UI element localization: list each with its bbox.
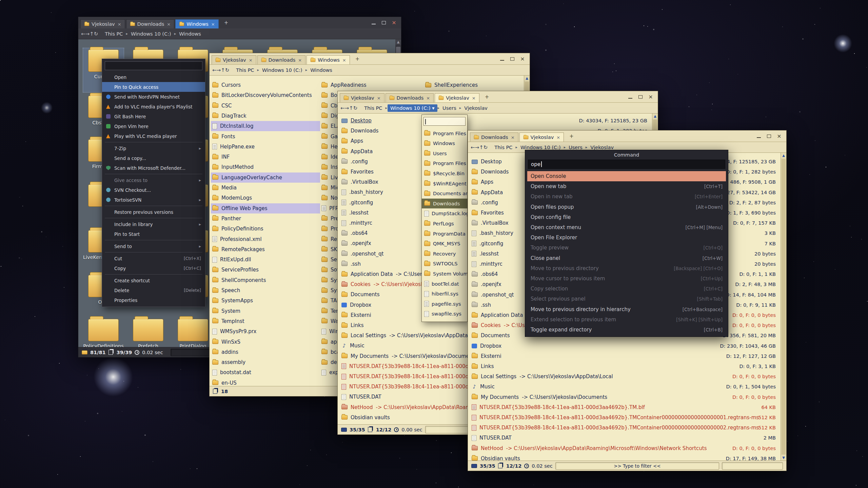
file-row[interactable]: System: [211, 306, 320, 316]
file-row[interactable]: NTUSER.DAT2 MB: [468, 433, 781, 443]
palette-item-open-file-explorer[interactable]: Open File Explorer: [527, 232, 726, 243]
back-icon[interactable]: ←: [212, 67, 217, 73]
dropdown-item-recovery[interactable]: Recovery: [422, 249, 467, 259]
menu-item-7-zip[interactable]: 7-Zip▸: [102, 143, 205, 153]
tab-downloads[interactable]: Downloads×: [257, 55, 306, 64]
tab-close-icon[interactable]: ×: [511, 135, 515, 140]
tab-close-icon[interactable]: ×: [166, 22, 171, 27]
file-row[interactable]: SystemApps: [211, 296, 320, 306]
forward-icon[interactable]: →: [217, 67, 221, 73]
file-row[interactable]: NTUSER.DAT{53b39e88-18c4-11ea-a811-000d3…: [468, 412, 781, 423]
dropdown-item-boottel-dat[interactable]: bootTel.dat: [422, 279, 467, 289]
menu-item-copy[interactable]: Copy[Ctrl+C]: [102, 263, 205, 273]
filter-input[interactable]: >> Type to filter <<: [555, 462, 719, 470]
forward-icon[interactable]: →: [475, 144, 479, 150]
file-row[interactable]: Panther: [211, 214, 320, 224]
dropdown-item-perflogs[interactable]: PerfLogs: [422, 219, 467, 228]
menu-item-cut[interactable]: Cut[Ctrl+X]: [102, 253, 205, 263]
palette-item-close-panel[interactable]: Close panel[Ctrl+W]: [527, 253, 726, 263]
file-row[interactable]: NetHood -> C:\Users\Vjekoslav\AppData\Ro…: [468, 443, 781, 453]
tab-close-icon[interactable]: ×: [117, 22, 122, 27]
file-row[interactable]: AppReadiness: [320, 80, 424, 90]
palette-item-open-in-new-tab[interactable]: Open in new tab[Ctrl+Enter]: [527, 191, 726, 202]
back-icon[interactable]: ←: [81, 31, 85, 37]
breadcrumb-windows[interactable]: Windows: [308, 66, 335, 74]
dropdown-item-qmk-msys[interactable]: QMK_MSYS: [422, 239, 467, 249]
menu-item-git-bash-here[interactable]: Git Bash Here: [102, 111, 205, 121]
palette-item-move-to-previous-directory-in-hierarchy[interactable]: Move to previous directory in hierarchy[…: [527, 304, 726, 314]
minimize-button[interactable]: [371, 20, 376, 25]
menu-item-add-to-vlc-media-player-s-playlist[interactable]: Add to VLC media player's Playlist: [102, 102, 205, 111]
scroll-up-icon[interactable]: ▲: [395, 39, 401, 45]
breadcrumb-this-pc[interactable]: This PC: [492, 144, 515, 151]
palette-item-open-context-menu[interactable]: Open context menu[Ctrl+M] [Menu]: [527, 222, 726, 232]
file-row[interactable]: LanguageOverlayCache: [211, 172, 320, 183]
file-row[interactable]: InputMethod: [211, 162, 320, 172]
file-row[interactable]: LinksD: 0, F: 3, 1 KB: [468, 361, 781, 371]
menu-item-play-with-vlc-media-player[interactable]: Play with VLC media player: [102, 131, 205, 141]
scroll-up-icon[interactable]: ▲: [524, 76, 530, 81]
tab-windows[interactable]: Windows×: [175, 19, 219, 28]
dropdown-item-hiberfil-sys[interactable]: hiberfil.sys: [422, 289, 467, 299]
menu-item-create-shortcut[interactable]: Create shortcut: [102, 276, 205, 285]
file-row[interactable]: assembly: [211, 357, 320, 367]
file-row[interactable]: RemotePackages: [211, 244, 320, 255]
tab-vjekoslav[interactable]: Vjekoslav×: [212, 55, 256, 64]
breadcrumb-users[interactable]: Users: [440, 104, 459, 112]
dropdown-item-program-files-x86[interactable]: Program Files (x86): [422, 159, 467, 168]
dropdown-item-winreagent[interactable]: $WinREAgent: [422, 179, 467, 188]
dropdown-item-programdata[interactable]: ProgramData: [422, 229, 467, 239]
menu-item-svn-checkout[interactable]: SVN Checkout...: [102, 185, 205, 195]
file-row[interactable]: ShellExperiences: [424, 80, 522, 90]
file-row[interactable]: ShellComponents: [211, 275, 320, 285]
file-row[interactable]: RtlExUpd.dll: [211, 255, 320, 265]
palette-item-open-config-file[interactable]: Open config file: [527, 212, 726, 222]
minimize-button[interactable]: [628, 95, 633, 99]
breadcrumb-windows-10-c[interactable]: Windows 10 (C:) ▾: [388, 104, 437, 112]
new-tab-button[interactable]: +: [567, 133, 576, 140]
new-tab-button[interactable]: +: [353, 55, 362, 63]
refresh-icon[interactable]: ↻: [353, 105, 358, 111]
file-row[interactable]: DesktopD: 43034, F: 125185, 23 GB: [338, 116, 652, 126]
menu-item-pin-to-quick-access[interactable]: Pin to Quick access: [102, 82, 205, 92]
file-row[interactable]: Local Settings -> C:\Users\Vjekoslav\App…: [468, 371, 781, 382]
dropdown-item-documents-and-settings[interactable]: Documents and Settings: [422, 189, 467, 199]
menu-item-delete[interactable]: Delete[Delete]: [102, 285, 205, 295]
tab-downloads[interactable]: Downloads×: [386, 93, 434, 102]
close-button[interactable]: ×: [777, 134, 782, 139]
dropdown-filter-input[interactable]: [423, 117, 466, 126]
menu-item-include-in-library[interactable]: Include in library▸: [102, 219, 205, 229]
file-row[interactable]: ServiceProfiles: [211, 265, 320, 275]
tab-close-icon[interactable]: ×: [426, 96, 430, 101]
dropdown-item-windows[interactable]: Windows: [422, 139, 467, 148]
file-row[interactable]: ModemLogs: [211, 193, 320, 203]
scroll-up-icon[interactable]: ▲: [781, 153, 786, 158]
tab-close-icon[interactable]: ×: [211, 22, 215, 27]
tab-vjekoslav[interactable]: Vjekoslav×: [80, 19, 125, 28]
tab-vjekoslav[interactable]: Vjekoslav×: [519, 133, 564, 142]
file-row[interactable]: BitLockerDiscoveryVolumeContents: [211, 90, 320, 100]
menu-item-send-to[interactable]: Send to▸: [102, 241, 205, 251]
dropdown-item-users[interactable]: Users: [422, 148, 467, 158]
up-icon[interactable]: ↑: [349, 105, 353, 111]
palette-item-toggle-preview[interactable]: Toggle preview[Ctrl+Q]: [527, 243, 726, 253]
refresh-icon[interactable]: ↻: [484, 144, 488, 150]
breadcrumb-this-pc[interactable]: This PC: [361, 104, 385, 112]
tab-close-icon[interactable]: ×: [556, 135, 560, 140]
tab-close-icon[interactable]: ×: [377, 96, 381, 101]
tab-close-icon[interactable]: ×: [298, 58, 302, 63]
up-icon[interactable]: ↑: [479, 144, 484, 150]
menu-item-pin-to-start[interactable]: Pin to Start: [102, 229, 205, 239]
file-row[interactable]: WMSysPr9.prx: [211, 326, 320, 337]
minimize-button[interactable]: [500, 57, 505, 61]
refresh-icon[interactable]: ↻: [225, 67, 230, 73]
file-row[interactable]: en-US: [211, 378, 320, 386]
dropdown-item-pagefile-sys[interactable]: pagefile.sys: [422, 299, 467, 309]
up-icon[interactable]: ↑: [221, 67, 225, 73]
maximize-button[interactable]: [638, 95, 643, 99]
dropdown-item-swtools[interactable]: SWTOOLS: [422, 259, 467, 269]
filter-input[interactable]: [171, 349, 211, 356]
palette-item-move-cursor-to-previous-item[interactable]: Move cursor to previous item[Ctrl+Up]: [527, 273, 726, 284]
file-row[interactable]: My Documents -> C:\Users\Vjekoslav\Docum…: [468, 392, 781, 402]
refresh-icon[interactable]: ↻: [94, 31, 98, 37]
